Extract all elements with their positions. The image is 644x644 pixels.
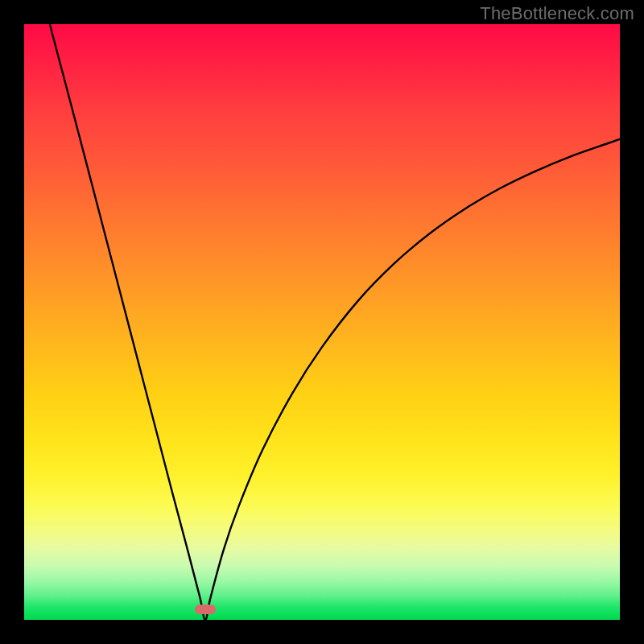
bottleneck-curve (24, 24, 620, 620)
plot-area (24, 24, 620, 620)
watermark-text: TheBottleneck.com (480, 3, 634, 24)
chart-frame: TheBottleneck.com (0, 0, 644, 644)
optimum-marker (195, 605, 216, 614)
